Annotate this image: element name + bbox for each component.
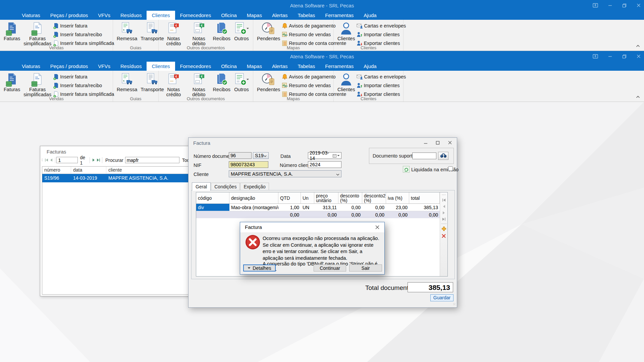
menu-tab-tabelas[interactable]: Tabelas <box>293 11 320 20</box>
close-icon[interactable] <box>637 54 641 58</box>
liquidada-checkbox[interactable] <box>448 166 453 171</box>
ribbon-button-inserir-fatura-recibo[interactable]: Inserir fatura/recibo <box>53 30 114 39</box>
ribbon-button-notas-credito[interactable]: € Notas crédito <box>161 21 186 47</box>
ribbon-button-pendentes[interactable]: Pendentes <box>255 21 282 42</box>
ribbon-button-cartas-envelopes[interactable]: Cartas e envelopes <box>357 21 406 30</box>
menu-tab-pecas-produtos[interactable]: Peças / produtos <box>45 62 93 71</box>
add-row-icon[interactable] <box>441 226 446 231</box>
ribbon-button-importar-clientes[interactable]: Importar clientes <box>357 30 406 39</box>
delete-row-icon[interactable] <box>441 234 446 238</box>
chevron-down-icon[interactable] <box>337 155 340 157</box>
ribbon-button-notas-debito[interactable]: € Notas débito <box>186 72 211 98</box>
next-row-icon[interactable] <box>442 211 446 215</box>
save-button[interactable]: Guardar <box>430 294 453 301</box>
restore-icon[interactable] <box>622 3 627 8</box>
close-icon[interactable] <box>637 3 641 7</box>
first-record-button[interactable] <box>44 157 49 164</box>
ribbon-button-inserir-fatura-recibo[interactable]: Inserir fatura/recibo <box>53 81 114 90</box>
grid-column-total[interactable]: total <box>409 192 440 203</box>
ribbon-button-cartas-envelopes[interactable]: Cartas e envelopes <box>357 72 406 81</box>
documento-suporte-input[interactable] <box>412 153 436 159</box>
ribbon-button-inserir-fatura[interactable]: Inserir fatura <box>53 21 114 30</box>
grid-column-preco-unitario[interactable]: preço unitário <box>314 192 338 203</box>
tab-condicoes[interactable]: Condições <box>211 183 240 190</box>
last-row-icon[interactable] <box>442 217 446 221</box>
numero-documento-input[interactable] <box>229 152 252 159</box>
serie-combobox[interactable]: S19 <box>253 152 269 159</box>
ribbon-button-pendentes[interactable]: Pendentes <box>255 72 282 93</box>
next-record-button[interactable] <box>91 157 96 164</box>
ribbon-button-recibos[interactable]: Recibos <box>211 72 232 93</box>
menu-tab-vfvs[interactable]: VFVs <box>93 11 115 20</box>
menu-tab-oficina[interactable]: Oficina <box>216 11 242 20</box>
nif-input[interactable] <box>229 161 268 168</box>
search-input[interactable] <box>125 157 179 163</box>
ribbon-button-faturas-simplificadas[interactable]: Faturas simplificadas <box>22 72 53 98</box>
collapse-ribbon-icon[interactable] <box>636 43 640 49</box>
grid-column-desconto[interactable]: desconto (%) <box>338 192 362 203</box>
ribbon-button-notas-debito[interactable]: € Notas débito <box>186 21 211 47</box>
ribbon-button-remessa[interactable]: € Remessa <box>115 72 139 93</box>
menu-tab-vfvs[interactable]: VFVs <box>93 62 115 71</box>
maximize-icon[interactable] <box>436 141 440 145</box>
ribbon-button-importar-clientes[interactable]: Importar clientes <box>357 81 406 90</box>
tab-expedicao[interactable]: Expedição <box>240 183 269 190</box>
menu-tab-residuos[interactable]: Resíduos <box>115 11 147 20</box>
grid-column-designacao[interactable]: designação <box>229 192 278 203</box>
menu-tab-residuos[interactable]: Resíduos <box>115 62 147 71</box>
menu-tab-ajuda[interactable]: Ajuda <box>359 11 381 20</box>
menu-tab-viaturas[interactable]: Viaturas <box>17 11 45 20</box>
close-icon[interactable] <box>448 140 452 145</box>
column-header-data[interactable]: data <box>71 167 106 174</box>
menu-tab-viaturas[interactable]: Viaturas <box>17 62 45 71</box>
menu-tab-clientes[interactable]: Clientes <box>147 11 175 20</box>
fullscreen-toggle-icon[interactable] <box>593 3 598 8</box>
record-position-input[interactable] <box>56 157 78 163</box>
grid-column-desconto2[interactable]: desconto2 (%) <box>362 192 386 203</box>
toolbar-handle[interactable]: ⋯ <box>442 194 446 196</box>
grid-column-iva[interactable]: iva (%) <box>386 192 409 203</box>
grid-column-un[interactable]: Un <box>301 192 314 203</box>
numero-cliente-input[interactable] <box>308 161 341 168</box>
grid-column-codigo[interactable]: código <box>196 192 229 203</box>
menu-tab-alertas[interactable]: Alertas <box>267 62 293 71</box>
minimize-icon[interactable] <box>424 141 428 145</box>
ribbon-button-faturas-simplificadas[interactable]: Faturas simplificadas <box>22 21 53 47</box>
grid-row-item[interactable]: div Mao-obra (montagem/desm... 1,00 UN 3… <box>196 204 440 211</box>
restore-icon[interactable] <box>622 54 627 59</box>
menu-tab-fornecedores[interactable]: Fornecedores <box>175 11 216 20</box>
first-row-icon[interactable] <box>442 198 446 202</box>
selected-cell-codigo[interactable]: div <box>196 204 229 211</box>
previous-row-icon[interactable] <box>442 204 446 208</box>
menu-tab-mapas[interactable]: Mapas <box>242 62 267 71</box>
ribbon-button-clientes[interactable]: Clientes <box>336 21 357 42</box>
ribbon-button-remessa[interactable]: € Remessa <box>115 21 139 42</box>
menu-tab-clientes[interactable]: Clientes <box>147 62 175 71</box>
menu-tab-pecas-produtos[interactable]: Peças / produtos <box>45 11 93 20</box>
ribbon-button-notas-credito[interactable]: € Notas crédito <box>161 72 186 98</box>
last-record-button[interactable] <box>96 157 101 164</box>
resize-grip[interactable]: ⁙ <box>453 302 455 306</box>
exit-button[interactable]: Sair <box>349 264 382 272</box>
ribbon-button-recibos[interactable]: Recibos <box>211 21 232 42</box>
fullscreen-toggle-icon[interactable] <box>593 54 598 59</box>
continue-button[interactable]: Continuar <box>314 264 346 272</box>
collapse-ribbon-icon[interactable] <box>636 94 640 100</box>
grid-column-qtd[interactable]: QTD <box>278 192 301 203</box>
minimize-icon[interactable] <box>608 54 612 58</box>
ribbon-button-faturas[interactable]: Faturas <box>2 21 22 42</box>
menu-tab-tabelas[interactable]: Tabelas <box>293 62 320 71</box>
data-datepicker[interactable]: 2019-03-14 <box>308 152 341 159</box>
toolbar-grip[interactable]: ⁞ <box>42 159 44 161</box>
ribbon-button-inserir-fatura[interactable]: Inserir fatura <box>53 72 114 81</box>
table-row-selected[interactable]: S19/96 14-03-2019 MAPFRE ASISTENCIA, S.A… <box>42 174 191 182</box>
previous-record-button[interactable] <box>49 157 54 164</box>
tab-geral[interactable]: Geral <box>192 182 211 191</box>
cliente-combobox[interactable]: MAPFRE ASISTENCIA, S.A. <box>229 170 341 177</box>
ribbon-button-outros[interactable]: Outros <box>232 72 251 93</box>
menu-tab-fornecedores[interactable]: Fornecedores <box>175 62 216 71</box>
close-icon[interactable] <box>375 225 380 230</box>
ribbon-button-clientes[interactable]: Clientes <box>336 72 357 93</box>
menu-tab-ferramentas[interactable]: Ferramentas <box>320 11 359 20</box>
ribbon-button-faturas[interactable]: Faturas <box>2 72 22 93</box>
